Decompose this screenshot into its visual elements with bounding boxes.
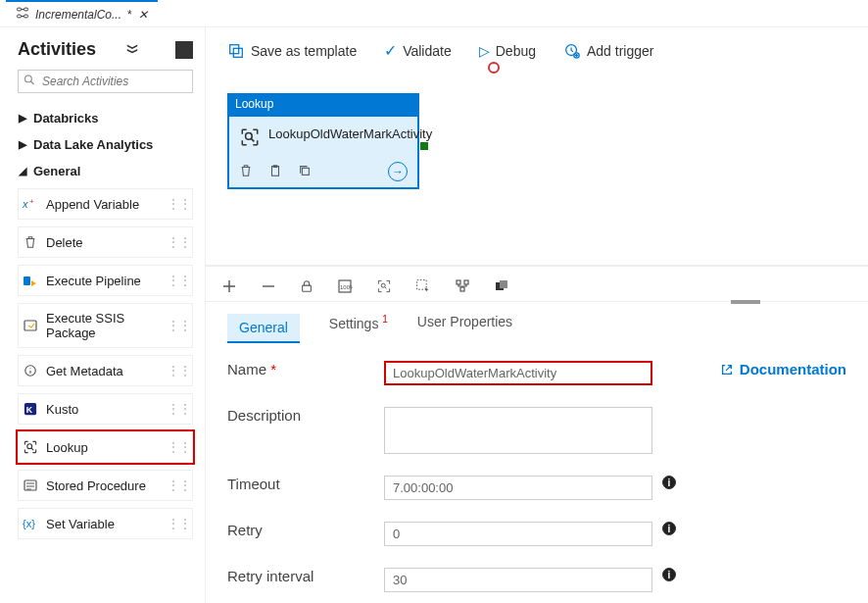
kusto-icon: K <box>23 401 38 417</box>
select-icon[interactable] <box>415 278 431 297</box>
lock-icon[interactable] <box>300 279 313 296</box>
drag-icon: ⋮⋮ <box>167 318 190 333</box>
info-icon[interactable]: i <box>662 568 676 581</box>
info-icon[interactable]: i <box>662 476 676 489</box>
drag-icon: ⋮⋮ <box>167 401 190 417</box>
sidebar-item-set-variable[interactable]: {x} Set Variable⋮⋮ <box>18 508 193 539</box>
design-canvas[interactable]: Lookup LookupOldWaterMarkActivity → <box>206 70 868 266</box>
cat-general[interactable]: ◢ General <box>18 158 193 184</box>
svg-rect-29 <box>460 287 464 291</box>
timeout-input[interactable] <box>384 476 652 500</box>
debug-button[interactable]: ▷ Debug <box>479 43 536 59</box>
description-label: Description <box>227 407 384 424</box>
success-port-icon[interactable] <box>420 142 428 150</box>
tab-settings[interactable]: Settings 1 <box>329 314 388 343</box>
cancel-indicator-icon <box>488 62 500 74</box>
cat-data-lake-analytics[interactable]: ▶ Data Lake Analytics <box>18 131 193 158</box>
general-form: Name * Documentation Description Timeout… <box>206 343 868 603</box>
layers-icon[interactable] <box>494 278 509 297</box>
description-input[interactable] <box>384 407 652 454</box>
svg-rect-0 <box>17 8 21 11</box>
svg-rect-15 <box>230 44 239 53</box>
lookup-activity-node[interactable]: Lookup LookupOldWaterMarkActivity → <box>227 93 419 189</box>
canvas-zoom-toolbar: 100% <box>206 266 868 302</box>
drag-icon: ⋮⋮ <box>167 477 190 493</box>
name-label: Name <box>227 361 266 377</box>
external-link-icon <box>720 363 734 377</box>
documentation-link[interactable]: Documentation <box>720 361 846 377</box>
info-icon[interactable]: i <box>662 522 676 535</box>
drag-icon: ⋮⋮ <box>167 363 190 378</box>
run-icon[interactable]: → <box>388 162 408 181</box>
drag-icon: ⋮⋮ <box>167 439 190 455</box>
pipeline-tabs: IncrementalCo... * ✕ <box>0 0 868 27</box>
template-icon <box>227 42 245 60</box>
drag-icon: ⋮⋮ <box>167 273 190 288</box>
retry-interval-label: Retry interval <box>227 568 384 584</box>
stop-icon[interactable] <box>175 41 193 59</box>
add-trigger-button[interactable]: Add trigger <box>563 42 653 60</box>
svg-text:+: + <box>29 197 34 206</box>
close-icon[interactable]: ✕ <box>138 8 148 22</box>
sidebar-item-kusto[interactable]: K Kusto⋮⋮ <box>18 393 193 425</box>
collapse-icon[interactable] <box>125 41 139 58</box>
retry-input[interactable] <box>384 522 652 546</box>
save-as-template-button[interactable]: Save as template <box>227 42 357 60</box>
timeout-label: Timeout <box>227 476 384 492</box>
svg-rect-2 <box>17 15 21 18</box>
sidebar-item-execute-pipeline[interactable]: Execute Pipeline⋮⋮ <box>18 265 193 296</box>
sidebar-item-stored-procedure[interactable]: Stored Procedure⋮⋮ <box>18 470 193 501</box>
pipeline-icon <box>23 273 38 288</box>
resize-handle-icon[interactable] <box>731 300 760 304</box>
zoom-selection-icon[interactable] <box>376 278 392 297</box>
sidebar-item-execute-ssis-package[interactable]: Execute SSIS Package⋮⋮ <box>18 303 193 348</box>
zoom-out-icon[interactable] <box>261 278 276 297</box>
validate-button[interactable]: ✓ Validate <box>384 41 452 60</box>
fit-to-screen-icon[interactable]: 100% <box>337 278 353 297</box>
pipeline-toolbar: Save as template ✓ Validate ▷ Debug Add … <box>206 27 868 70</box>
trash-icon[interactable] <box>239 164 255 179</box>
sidebar-item-delete[interactable]: Delete⋮⋮ <box>18 226 193 258</box>
svg-rect-20 <box>272 167 279 176</box>
name-input[interactable] <box>384 361 652 385</box>
svg-rect-21 <box>302 168 309 175</box>
svg-text:x: x <box>23 198 28 210</box>
zoom-in-icon[interactable] <box>221 278 237 297</box>
drag-icon: ⋮⋮ <box>167 196 190 212</box>
sidebar-title: Activities <box>18 39 96 60</box>
stored-procedure-icon <box>23 477 38 493</box>
tab-title: IncrementalCo... <box>35 8 121 22</box>
svg-rect-16 <box>233 48 242 57</box>
sidebar-item-append-variable[interactable]: x+ Append Variable⋮⋮ <box>18 188 193 220</box>
auto-align-icon[interactable] <box>455 278 470 297</box>
metadata-icon <box>23 363 38 378</box>
svg-rect-27 <box>457 280 460 284</box>
append-variable-icon: x+ <box>23 196 38 212</box>
play-icon: ▷ <box>479 43 490 59</box>
caret-down-icon: ◢ <box>18 165 27 177</box>
tab-user-properties[interactable]: User Properties <box>417 314 512 343</box>
search-input[interactable] <box>18 70 193 93</box>
sidebar-item-lookup[interactable]: Lookup⋮⋮ <box>18 431 193 463</box>
node-type-label: Lookup <box>227 93 419 115</box>
svg-rect-1 <box>24 8 27 11</box>
tab-incrementalco[interactable]: IncrementalCo... * ✕ <box>6 0 158 27</box>
tab-modified: * <box>127 8 132 22</box>
svg-text:K: K <box>26 405 33 415</box>
activities-sidebar: Activities ▶ Databricks ▶ Dat <box>0 27 206 603</box>
lookup-icon <box>239 126 261 148</box>
properties-tabs: General Settings 1 User Properties <box>206 302 868 343</box>
lookup-icon <box>23 439 38 455</box>
ssis-icon <box>23 318 38 333</box>
cat-databricks[interactable]: ▶ Databricks <box>18 105 193 131</box>
clone-icon[interactable] <box>298 164 313 179</box>
tab-general[interactable]: General <box>227 314 300 343</box>
check-icon: ✓ <box>384 41 397 60</box>
svg-rect-7 <box>24 276 30 285</box>
svg-rect-31 <box>500 280 507 288</box>
sidebar-item-get-metadata[interactable]: Get Metadata⋮⋮ <box>18 355 193 386</box>
clipboard-icon[interactable] <box>268 164 284 179</box>
retry-interval-input[interactable] <box>384 568 652 592</box>
caret-right-icon: ▶ <box>18 112 27 125</box>
retry-label: Retry <box>227 522 384 538</box>
